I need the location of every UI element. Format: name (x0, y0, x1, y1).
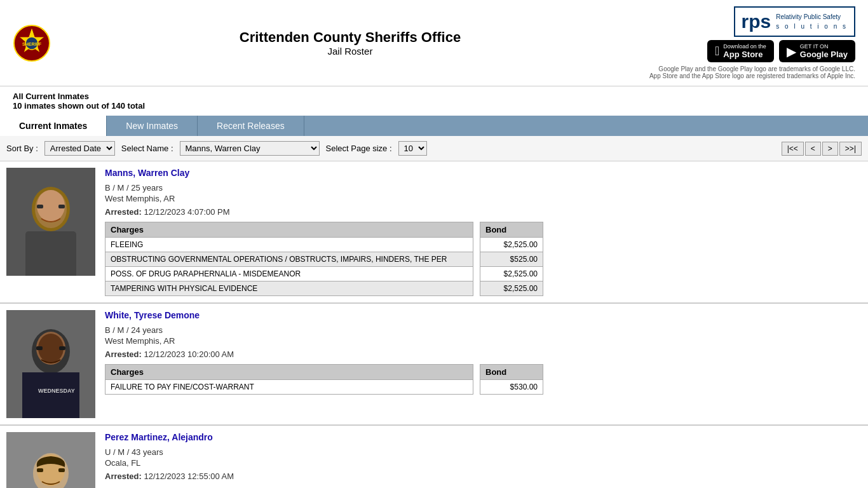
inmate-info: Perez Martinez, Alejandro U / M / 43 yea… (105, 432, 862, 488)
sort-by-label: Sort By : (6, 144, 38, 153)
select-name-dropdown[interactable]: Manns, Warren Clay (180, 141, 320, 156)
nav-prev-button[interactable]: < (805, 142, 821, 156)
tab-recent-releases[interactable]: Recent Releases (198, 116, 304, 136)
svg-rect-10 (58, 205, 65, 208)
charges-bond-section: Charges FLEEING OBSTRUCTING GOVERNMENTAL… (105, 222, 862, 296)
inmate-arrested: Arrested: 12/12/2023 10:20:00 AM (105, 349, 862, 359)
inmate-photo (6, 432, 95, 488)
inmate-name[interactable]: Manns, Warren Clay (105, 168, 862, 178)
page-wrapper: SHERIFF Crittenden County Sheriffs Offic… (0, 0, 868, 488)
inmates-count-line2: 10 inmates shown out of 140 total (13, 101, 855, 111)
svg-rect-16 (59, 346, 65, 350)
google-play-main-label: Google Play (800, 50, 848, 59)
table-row: FAILURE TO PAY FINE/COST-WARRANT (105, 380, 473, 395)
inmate-photo (6, 168, 95, 276)
svg-text:SHERIFF: SHERIFF (22, 42, 42, 46)
inmate-row: WEDNESDAY White, Tyrese Demone B / M / 2… (0, 304, 868, 426)
svg-rect-23 (58, 468, 65, 472)
svg-rect-22 (37, 468, 43, 472)
svg-rect-17 (22, 372, 79, 418)
inmate-location: West Memphis, AR (105, 336, 862, 346)
bond-header: Bond (480, 365, 543, 380)
apple-icon:  (715, 44, 719, 58)
rps-tagline: Relativity Public Safety s o l u t i o n… (776, 12, 848, 31)
sheriff-badge-icon: SHERIFF (13, 24, 51, 62)
charges-table: Charges FLEEING OBSTRUCTING GOVERNMENTAL… (105, 222, 473, 296)
pagination-nav: |<< < > >>| (782, 142, 862, 156)
app-store-main-label: App Store (723, 50, 766, 59)
inmate-name[interactable]: Perez Martinez, Alejandro (105, 432, 862, 442)
inmate-name[interactable]: White, Tyrese Demone (105, 310, 862, 320)
inmate-arrested: Arrested: 12/12/2023 12:55:00 AM (105, 471, 862, 481)
inmate-info: Manns, Warren Clay B / M / 25 years West… (105, 168, 862, 296)
table-row: $530.00 (480, 380, 543, 395)
charges-header: Charges (105, 365, 473, 380)
table-row: $2,525.00 (480, 267, 543, 281)
bond-table: Bond $530.00 (480, 364, 543, 395)
svg-text:WEDNESDAY: WEDNESDAY (38, 388, 75, 394)
arrested-label: Arrested: (105, 207, 144, 217)
inmate-photo: WEDNESDAY (6, 310, 95, 418)
controls-bar: Sort By : Arrested Date Select Name : Ma… (0, 136, 868, 161)
tab-new-inmates[interactable]: New Inmates (107, 116, 198, 136)
arrested-label: Arrested: (105, 471, 144, 481)
page-size-label: Select Page size : (326, 144, 392, 153)
table-row: OBSTRUCTING GOVERNMENTAL OPERATIONS / OB… (105, 252, 473, 267)
bond-table: Bond $2,525.00 $525.00 $2,525.00 $2,525.… (480, 222, 543, 296)
google-play-icon: ▶ (787, 44, 796, 59)
arrested-date: 12/12/2023 10:20:00 AM (144, 349, 234, 359)
inmate-row: Perez Martinez, Alejandro U / M / 43 yea… (0, 426, 868, 488)
rps-logo-text: rps (742, 11, 771, 32)
table-row: POSS. OF DRUG PARAPHERNALIA - MISDEMEANO… (105, 267, 473, 281)
tab-current-inmates[interactable]: Current Inmates (0, 116, 107, 136)
charges-header: Charges (105, 222, 473, 238)
inmate-location: West Memphis, AR (105, 194, 862, 203)
table-row: TAMPERING WITH PHYSICAL EVIDENCE (105, 281, 473, 296)
tab-bar: Current Inmates New Inmates Recent Relea… (0, 116, 868, 136)
inmate-row: Manns, Warren Clay B / M / 25 years West… (0, 161, 868, 304)
svg-rect-9 (37, 205, 43, 208)
header-title: Crittenden County Sheriffs Office Jail R… (51, 29, 649, 57)
select-name-label: Select Name : (121, 144, 173, 153)
office-name: Crittenden County Sheriffs Office (51, 29, 649, 46)
info-bar: All Current Inmates 10 inmates shown out… (0, 86, 868, 116)
inmate-demographics: U / M / 43 years (105, 447, 862, 457)
google-play-badge[interactable]: ▶ GET IT ON Google Play (779, 40, 855, 62)
svg-rect-15 (36, 346, 43, 350)
inmate-demographics: B / M / 24 years (105, 325, 862, 335)
nav-next-button[interactable]: > (822, 142, 838, 156)
rps-logo: rps Relativity Public Safety s o l u t i… (734, 6, 855, 37)
table-row: FLEEING (105, 238, 473, 252)
table-row: $525.00 (480, 252, 543, 267)
charges-table: Charges FAILURE TO PAY FINE/COST-WARRANT (105, 364, 473, 395)
charges-bond-section: Charges FAILURE TO PAY FINE/COST-WARRANT… (105, 364, 862, 395)
nav-last-button[interactable]: >>| (839, 142, 862, 156)
arrested-date: 12/12/2023 12:55:00 AM (144, 471, 234, 481)
arrested-label: Arrested: (105, 349, 144, 359)
sort-by-select[interactable]: Arrested Date (44, 141, 115, 156)
google-play-top-label: GET IT ON (800, 43, 848, 50)
svg-rect-7 (25, 231, 76, 276)
page-size-select[interactable]: 10 25 50 (398, 141, 427, 156)
inmates-count-line1: All Current Inmates (13, 92, 855, 101)
table-row: $2,525.00 (480, 238, 543, 252)
arrested-date: 12/12/2023 4:07:00 PM (144, 207, 229, 217)
header-disclaimer: Google Play and the Google Play logo are… (649, 65, 855, 79)
inmate-demographics: B / M / 25 years (105, 183, 862, 193)
table-row: $2,525.00 (480, 281, 543, 296)
inmate-info: White, Tyrese Demone B / M / 24 years We… (105, 310, 862, 418)
header: SHERIFF Crittenden County Sheriffs Offic… (0, 0, 868, 86)
roster-subtitle: Jail Roster (51, 46, 649, 57)
inmate-arrested: Arrested: 12/12/2023 4:07:00 PM (105, 207, 862, 217)
app-badges:  Download on the App Store ▶ GET IT ON … (707, 40, 855, 62)
nav-first-button[interactable]: |<< (782, 142, 804, 156)
app-store-top-label: Download on the (723, 43, 766, 50)
bond-header: Bond (480, 222, 543, 238)
header-right: rps Relativity Public Safety s o l u t i… (649, 6, 855, 79)
inmate-location: Ocala, FL (105, 458, 862, 468)
app-store-badge[interactable]:  Download on the App Store (707, 40, 774, 62)
